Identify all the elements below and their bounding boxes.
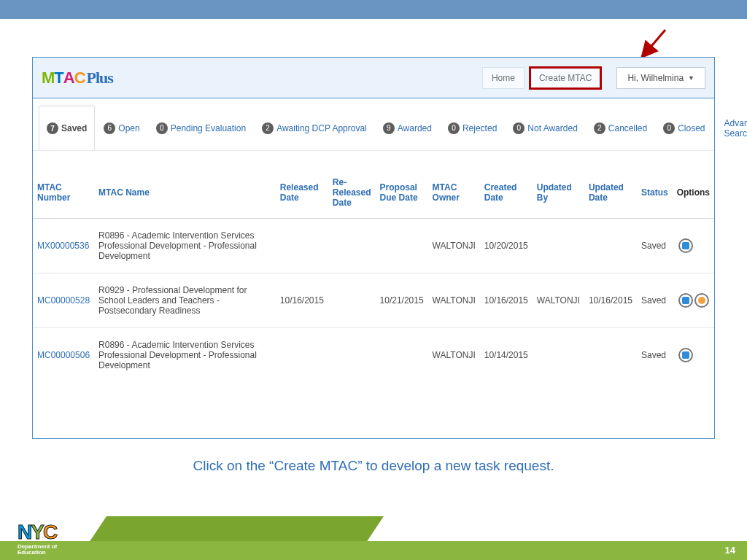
tab-label: Open [118, 123, 139, 133]
tab-count-badge: 2 [262, 122, 274, 134]
tab-count-badge: 7 [47, 122, 58, 134]
cell-name: R0896 - Academic Intervention Services P… [94, 328, 276, 383]
cell-upddate [584, 328, 637, 383]
cell-name: R0929 - Professional Development for Sch… [94, 273, 276, 328]
user-label: Hi, Wilhelmina [627, 73, 684, 83]
create-mtac-button[interactable]: Create MTAC [529, 66, 602, 90]
tab-label: Awaiting DCP Approval [276, 123, 367, 133]
tab-label: Saved [61, 123, 87, 133]
cell-released [276, 219, 328, 273]
tab-count-badge: 0 [663, 122, 675, 134]
user-menu[interactable]: Hi, Wilhelmina ▼ [616, 67, 705, 89]
cell-proposal [376, 328, 428, 383]
col-proposal-due-date[interactable]: Proposal Due Date [376, 167, 428, 219]
col-updated-date[interactable]: Updated Date [584, 167, 637, 219]
col-rereleased-date[interactable]: Re-Released Date [328, 167, 376, 219]
logo-mtac-plus: MTAC Plus [42, 69, 113, 88]
edit-icon[interactable] [678, 293, 693, 308]
cell-proposal [376, 219, 428, 273]
tab-count-badge: 6 [104, 122, 115, 134]
col-released-date[interactable]: Released Date [276, 167, 328, 219]
cell-upddate: 10/16/2015 [584, 273, 637, 328]
tab-rejected[interactable]: 0Rejected [441, 106, 504, 150]
app-header: MTAC Plus Home Create MTAC Hi, Wilhelmin… [33, 58, 714, 98]
col-status[interactable]: Status [637, 167, 673, 219]
tab-label: Rejected [462, 123, 497, 133]
tab-label: Cancelled [608, 123, 647, 133]
cell-owner: WALTONJI [428, 273, 480, 328]
tab-saved[interactable]: 7Saved [39, 106, 95, 150]
page-number: 14 [725, 545, 735, 556]
cell-rereleased [328, 219, 376, 273]
results-table: MTAC Number MTAC Name Released Date Re-R… [33, 167, 714, 382]
table-row: MX00000536R0896 - Academic Intervention … [33, 219, 714, 273]
cell-proposal: 10/21/2015 [376, 273, 428, 328]
results-table-wrap: MTAC Number MTAC Name Released Date Re-R… [33, 167, 714, 382]
col-mtac-owner[interactable]: MTAC Owner [428, 167, 480, 219]
col-created-date[interactable]: Created Date [480, 167, 533, 219]
tab-closed[interactable]: 0Closed [656, 106, 712, 150]
app-window: MTAC Plus Home Create MTAC Hi, Wilhelmin… [32, 57, 715, 439]
cell-num[interactable]: MC00000506 [33, 328, 94, 383]
table-header-row: MTAC Number MTAC Name Released Date Re-R… [33, 167, 714, 219]
edit-icon[interactable] [678, 348, 693, 362]
tab-label: Awarded [398, 123, 432, 133]
cell-created: 10/14/2015 [480, 328, 533, 383]
col-mtac-name[interactable]: MTAC Name [94, 167, 276, 219]
svg-line-0 [643, 30, 665, 55]
edit-icon[interactable] [678, 238, 693, 253]
table-row: MC00000528R0929 - Professional Developme… [33, 273, 714, 328]
cell-created: 10/16/2015 [480, 273, 533, 328]
tab-awarded[interactable]: 9Awarded [376, 106, 439, 150]
cell-rereleased [328, 328, 376, 383]
tab-not-awarded[interactable]: 0Not Awarded [506, 106, 585, 150]
slide-caption: Click on the “Create MTAC” to develop a … [193, 458, 554, 474]
chevron-down-icon: ▼ [688, 74, 694, 82]
tab-count-badge: 0 [513, 122, 525, 134]
cell-rereleased [328, 273, 376, 328]
cell-owner: WALTONJI [428, 328, 480, 383]
cell-updby [533, 219, 584, 273]
cell-options [673, 219, 714, 273]
tab-pending-evaluation[interactable]: 0Pending Evaluation [149, 106, 253, 150]
cell-num[interactable]: MC00000528 [33, 273, 94, 328]
cell-updby [533, 328, 584, 383]
cell-released: 10/16/2015 [276, 273, 328, 328]
cell-released [276, 328, 328, 383]
cell-status: Saved [637, 328, 673, 383]
clock-icon[interactable] [694, 293, 709, 308]
col-mtac-number[interactable]: MTAC Number [33, 167, 94, 219]
cell-num[interactable]: MX00000536 [33, 219, 94, 273]
tab-label: Pending Evaluation [171, 123, 246, 133]
tab-open[interactable]: 6Open [96, 106, 147, 150]
status-tabs: 7Saved6Open0Pending Evaluation2Awaiting … [33, 106, 714, 151]
cell-updby: WALTONJI [533, 273, 584, 328]
cell-options [673, 273, 714, 328]
col-options: Options [673, 167, 714, 219]
slide-header-strip [0, 0, 747, 19]
cell-created: 10/20/2015 [480, 219, 533, 273]
cell-options [673, 328, 714, 383]
cell-name: R0896 - Academic Intervention Services P… [94, 219, 276, 273]
footer-bar [0, 541, 747, 560]
tab-count-badge: 9 [383, 122, 395, 134]
table-row: MC00000506R0896 - Academic Intervention … [33, 328, 714, 383]
col-updated-by[interactable]: Updated By [533, 167, 584, 219]
tab-label: Not Awarded [527, 123, 578, 133]
tab-count-badge: 2 [594, 122, 605, 134]
tab-label: Closed [678, 123, 705, 133]
cell-owner: WALTONJI [428, 219, 480, 273]
slide-footer: NYC Department of Education 14 [0, 516, 747, 560]
tab-count-badge: 0 [156, 122, 168, 134]
home-button[interactable]: Home [482, 67, 525, 89]
nyc-doe-logo: NYC Department of Education [18, 521, 57, 556]
cell-upddate [584, 219, 637, 273]
advanced-search-link[interactable]: Advanced Search [714, 118, 747, 139]
tab-cancelled[interactable]: 2Cancelled [587, 106, 654, 150]
cell-status: Saved [637, 273, 673, 328]
cell-status: Saved [637, 219, 673, 273]
tab-awaiting-dcp-approval[interactable]: 2Awaiting DCP Approval [255, 106, 374, 150]
tab-count-badge: 0 [448, 122, 460, 134]
